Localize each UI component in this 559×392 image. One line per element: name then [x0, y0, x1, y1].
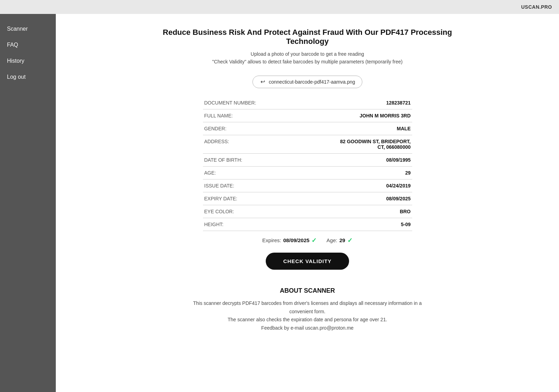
- about-text: This scanner decrypts PDF417 barcodes fr…: [182, 299, 433, 332]
- field-value: 08/09/1995: [297, 153, 412, 166]
- sidebar-item-faq[interactable]: FAQ: [0, 37, 56, 53]
- check-validity-button[interactable]: CHECK VALIDITY: [266, 253, 349, 270]
- field-label: GENDER:: [203, 122, 297, 135]
- field-label: EXPIRY DATE:: [203, 192, 297, 205]
- field-label: HEIGHT:: [203, 218, 297, 231]
- field-label: AGE:: [203, 166, 297, 179]
- field-value: 5-09: [297, 218, 412, 231]
- about-title: ABOUT SCANNER: [182, 287, 433, 294]
- table-row: EYE COLOR:BRO: [203, 205, 412, 218]
- expires-label: Expires:: [262, 237, 281, 243]
- about-section: ABOUT SCANNER This scanner decrypts PDF4…: [182, 287, 433, 332]
- table-row: ADDRESS:82 GOODWIN ST, BRIDEPORT, CT, 06…: [203, 135, 412, 153]
- main-content: Reduce Business Risk And Protect Against…: [56, 14, 559, 392]
- table-row: DATE OF BIRTH:08/09/1995: [203, 153, 412, 166]
- field-value: BRO: [297, 205, 412, 218]
- age-check-icon: ✓: [347, 237, 353, 244]
- sidebar-item-history[interactable]: History: [0, 53, 56, 69]
- table-row: AGE:29: [203, 166, 412, 179]
- field-label: DATE OF BIRTH:: [203, 153, 297, 166]
- age-label: Age:: [326, 237, 337, 243]
- subtitle-line1: Upload a photo of your barcode to get a …: [212, 50, 403, 58]
- sidebar: Scanner FAQ History Log out: [0, 0, 56, 392]
- sidebar-item-logout[interactable]: Log out: [0, 69, 56, 85]
- about-line2: The scanner also checks the expiration d…: [182, 316, 433, 324]
- sidebar-item-scanner[interactable]: Scanner: [0, 21, 56, 37]
- table-row: HEIGHT:5-09: [203, 218, 412, 231]
- page-subtitle: Upload a photo of your barcode to get a …: [212, 50, 403, 66]
- brand-label: USCAN.PRO: [521, 4, 552, 10]
- data-table: DOCUMENT NUMBER:128238721FULL NAME:JOHN …: [203, 97, 412, 231]
- file-name: connecticut-barcode-pdf417-aamva.png: [269, 79, 355, 85]
- page-title: Reduce Business Risk And Protect Against…: [151, 28, 464, 46]
- field-label: EYE COLOR:: [203, 205, 297, 218]
- table-row: ISSUE DATE:04/24/2019: [203, 179, 412, 192]
- age-value: 29: [339, 237, 345, 243]
- topbar: USCAN.PRO: [0, 0, 559, 14]
- table-row: FULL NAME:JOHN M MORRIS 3RD: [203, 109, 412, 122]
- field-value: MALE: [297, 122, 412, 135]
- about-line1: This scanner decrypts PDF417 barcodes fr…: [182, 299, 433, 316]
- field-value: JOHN M MORRIS 3RD: [297, 109, 412, 122]
- field-value: 08/09/2025: [297, 192, 412, 205]
- expires-item: Expires: 08/09/2025 ✓: [262, 237, 317, 244]
- field-value: 29: [297, 166, 412, 179]
- field-label: DOCUMENT NUMBER:: [203, 97, 297, 109]
- table-row: DOCUMENT NUMBER:128238721: [203, 97, 412, 109]
- field-label: FULL NAME:: [203, 109, 297, 122]
- file-icon: ↩: [260, 79, 266, 85]
- table-row: EXPIRY DATE:08/09/2025: [203, 192, 412, 205]
- field-value: 04/24/2019: [297, 179, 412, 192]
- subtitle-line2: "Check Validity" allows to detect fake b…: [212, 58, 403, 66]
- age-item: Age: 29 ✓: [326, 237, 353, 244]
- expires-check-icon: ✓: [311, 237, 317, 244]
- field-value: 128238721: [297, 97, 412, 109]
- field-label: ADDRESS:: [203, 135, 297, 153]
- file-button[interactable]: ↩ connecticut-barcode-pdf417-aamva.png: [252, 76, 363, 88]
- table-row: GENDER:MALE: [203, 122, 412, 135]
- about-line3: Feedback by e-mail uscan.pro@proton.me: [182, 324, 433, 332]
- expires-value: 08/09/2025: [283, 237, 309, 243]
- field-value: 82 GOODWIN ST, BRIDEPORT, CT, 066080000: [297, 135, 412, 153]
- validity-row: Expires: 08/09/2025 ✓ Age: 29 ✓: [262, 237, 353, 244]
- field-label: ISSUE DATE:: [203, 179, 297, 192]
